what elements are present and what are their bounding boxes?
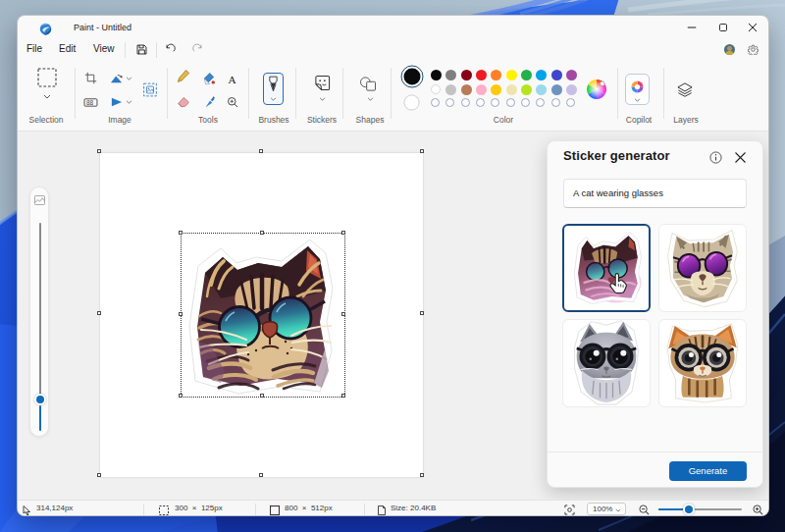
svg-text:A: A [229, 74, 237, 85]
svg-text:88: 88 [86, 99, 94, 106]
